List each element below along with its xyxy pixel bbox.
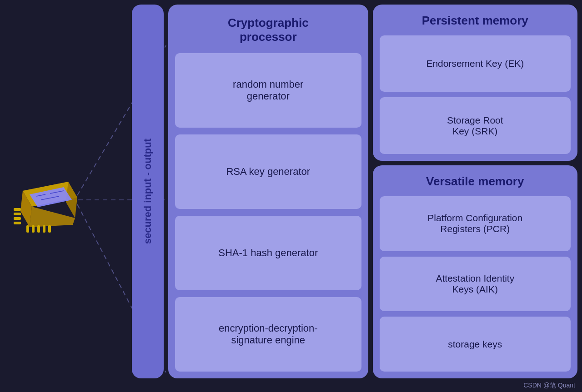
rsa-key-gen-label: RSA key generator — [226, 166, 310, 178]
svg-rect-12 — [14, 213, 21, 215]
svg-rect-19 — [48, 225, 51, 233]
main-layout: secured input - output Cryptographicproc… — [132, 5, 577, 378]
random-number-gen-label: random numbergenerator — [233, 79, 303, 102]
svg-rect-15 — [26, 225, 29, 233]
enc-dec-sig-label: encryption-decryption-signature engine — [219, 323, 318, 346]
left-column: secured input - output — [132, 5, 164, 378]
endorsement-key-label: Endorsement Key (EK) — [426, 58, 524, 69]
endorsement-key-box: Endorsement Key (EK) — [380, 35, 571, 92]
versatile-memory-boxes: Platform ConfigurationRegisters (PCR) At… — [380, 196, 571, 372]
crypto-processor-title: Cryptographicprocessor — [175, 11, 361, 46]
svg-rect-17 — [37, 225, 40, 233]
persistent-memory-boxes: Endorsement Key (EK) Storage RootKey (SR… — [380, 35, 571, 154]
storage-keys-box: storage keys — [380, 317, 571, 372]
pcr-box: Platform ConfigurationRegisters (PCR) — [380, 196, 571, 251]
enc-dec-sig-box: encryption-decryption-signature engine — [175, 297, 361, 372]
svg-rect-18 — [43, 225, 45, 233]
rsa-key-gen-box: RSA key generator — [175, 134, 361, 209]
svg-rect-11 — [14, 208, 21, 211]
random-number-gen-box: random numbergenerator — [175, 53, 361, 128]
persistent-memory-section: Persistent memory Endorsement Key (EK) S… — [373, 5, 577, 161]
watermark: CSDN @笔 Quant — [523, 382, 575, 390]
pcr-label: Platform ConfigurationRegisters (PCR) — [427, 213, 522, 234]
tpm-chip-image — [5, 173, 86, 236]
storage-root-key-box: Storage RootKey (SRK) — [380, 97, 571, 154]
svg-rect-16 — [32, 225, 35, 233]
aik-label: Attestation IdentityKeys (AIK) — [436, 273, 514, 295]
svg-marker-6 — [30, 207, 75, 227]
svg-rect-14 — [14, 222, 21, 224]
storage-root-key-label: Storage RootKey (SRK) — [447, 115, 503, 137]
storage-keys-label: storage keys — [448, 339, 502, 350]
persistent-memory-title: Persistent memory — [380, 11, 571, 30]
svg-rect-13 — [14, 217, 21, 220]
versatile-memory-title: Versatile memory — [380, 172, 571, 191]
versatile-memory-section: Versatile memory Platform ConfigurationR… — [373, 165, 577, 378]
aik-box: Attestation IdentityKeys (AIK) — [380, 257, 571, 312]
right-column: Persistent memory Endorsement Key (EK) S… — [373, 5, 577, 378]
sha1-hash-gen-box: SHA-1 hash generator — [175, 216, 361, 290]
crypto-processor-panel: Cryptographicprocessor random numbergene… — [168, 5, 368, 378]
secured-io-label: secured input - output — [142, 139, 154, 244]
sha1-hash-gen-label: SHA-1 hash generator — [218, 247, 318, 259]
